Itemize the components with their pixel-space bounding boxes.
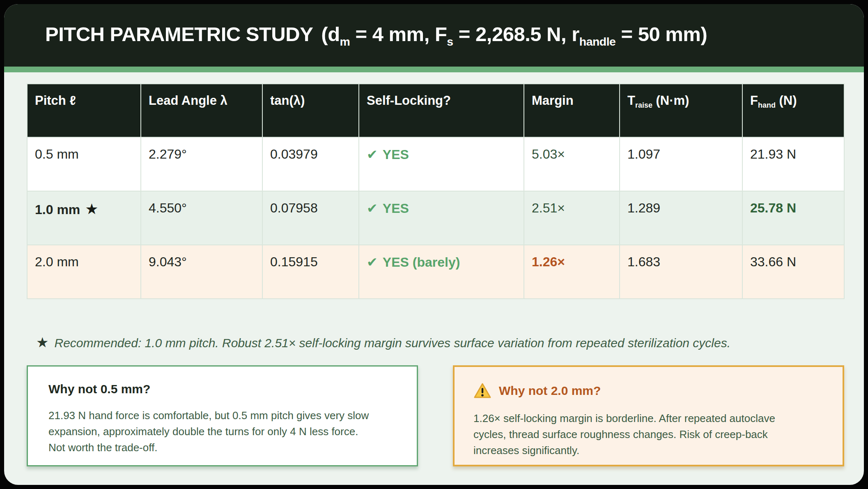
title-param-mid1: = 4 mm, F bbox=[350, 23, 447, 45]
cell-tan-lambda: 0.15915 bbox=[262, 245, 359, 299]
recommendation-text: Recommended: 1.0 mm pitch. Robust 2.51× … bbox=[54, 336, 730, 350]
callout-why-not-05mm: Why not 0.5 mm? 21.93 N hand force is co… bbox=[27, 365, 418, 466]
cell-torque-raise: 1.097 bbox=[620, 137, 742, 191]
table-row-1: 1.0 mm★4.550°0.07958✔YES2.51×1.28925.78 … bbox=[27, 191, 844, 245]
callout-body-20mm: 1.26× self-locking margin is borderline.… bbox=[473, 411, 828, 459]
cell-pitch: 1.0 mm★ bbox=[27, 191, 141, 245]
recommendation-note: ★Recommended: 1.0 mm pitch. Robust 2.51×… bbox=[36, 334, 864, 351]
title-sub-m: m bbox=[340, 35, 350, 48]
page-background: PITCH PARAMETRIC STUDY(dm = 4 mm, Fs = 2… bbox=[0, 0, 868, 489]
column-header-0: Pitch ℓ bbox=[27, 84, 141, 137]
slide-header: PITCH PARAMETRIC STUDY(dm = 4 mm, Fs = 2… bbox=[4, 4, 864, 67]
cell-lead-angle: 4.550° bbox=[141, 191, 262, 245]
pitch-parametric-table: Pitch ℓLead Angle λtan(λ)Self-Locking?Ma… bbox=[27, 83, 845, 299]
callout-why-not-20mm: Why not 2.0 mm? 1.26× self-locking margi… bbox=[453, 365, 844, 466]
callout-body-05mm: 21.93 N hand force is comfortable, but 0… bbox=[48, 408, 402, 456]
column-header-4: Margin bbox=[524, 84, 620, 137]
cell-tan-lambda: 0.07958 bbox=[262, 191, 359, 245]
table-header-row: Pitch ℓLead Angle λtan(λ)Self-Locking?Ma… bbox=[27, 84, 844, 137]
table-row-0: 0.5 mm2.279°0.03979✔YES5.03×1.09721.93 N bbox=[27, 137, 844, 191]
cell-self-locking: ✔YES bbox=[359, 137, 524, 191]
table-row-2: 2.0 mm9.043°0.15915✔YES (barely)1.26×1.6… bbox=[27, 245, 844, 299]
title-sub-handle: handle bbox=[579, 35, 616, 48]
table-header: Pitch ℓLead Angle λtan(λ)Self-Locking?Ma… bbox=[27, 84, 844, 137]
accent-strip bbox=[4, 67, 864, 72]
title-param-end: = 50 mm) bbox=[615, 23, 707, 45]
check-icon: ✔ bbox=[367, 255, 378, 270]
cell-pitch: 2.0 mm bbox=[27, 245, 141, 299]
cell-hand-force: 33.66 N bbox=[742, 245, 844, 299]
cell-hand-force: 25.78 N bbox=[742, 191, 844, 245]
cell-lead-angle: 9.043° bbox=[141, 245, 262, 299]
cell-tan-lambda: 0.03979 bbox=[262, 137, 359, 191]
page-title: PITCH PARAMETRIC STUDY(dm = 4 mm, Fs = 2… bbox=[45, 23, 707, 48]
column-header-6: Fhand (N) bbox=[742, 84, 844, 137]
cell-lead-angle: 2.279° bbox=[141, 137, 262, 191]
callout-row: Why not 0.5 mm? 21.93 N hand force is co… bbox=[27, 365, 864, 466]
cell-self-locking: ✔YES bbox=[359, 191, 524, 245]
cell-margin: 5.03× bbox=[524, 137, 620, 191]
column-header-1: Lead Angle λ bbox=[141, 84, 262, 137]
cell-margin: 2.51× bbox=[524, 191, 620, 245]
check-icon: ✔ bbox=[367, 147, 378, 162]
title-main: PITCH PARAMETRIC STUDY bbox=[45, 23, 313, 45]
title-sub-s: s bbox=[447, 35, 453, 48]
cell-hand-force: 21.93 N bbox=[742, 137, 844, 191]
callout-title-20mm-wrap: Why not 2.0 mm? bbox=[473, 383, 828, 399]
column-header-3: Self-Locking? bbox=[359, 84, 524, 137]
recommended-star-icon: ★ bbox=[85, 201, 98, 217]
callout-title-05mm: Why not 0.5 mm? bbox=[48, 382, 402, 396]
cell-torque-raise: 1.683 bbox=[620, 245, 742, 299]
star-icon: ★ bbox=[36, 334, 48, 350]
column-header-2: tan(λ) bbox=[262, 84, 359, 137]
column-header-5: Traise (N·m) bbox=[620, 84, 742, 137]
title-param-open: (d bbox=[321, 23, 340, 45]
callout-title-20mm: Why not 2.0 mm? bbox=[499, 384, 601, 398]
title-param-mid2: = 2,268.5 N, r bbox=[453, 23, 579, 45]
slide-card: PITCH PARAMETRIC STUDY(dm = 4 mm, Fs = 2… bbox=[4, 4, 864, 485]
cell-torque-raise: 1.289 bbox=[620, 191, 742, 245]
content-area: Pitch ℓLead Angle λtan(λ)Self-Locking?Ma… bbox=[4, 83, 864, 466]
title-parameters: (dm = 4 mm, Fs = 2,268.5 N, rhandle = 50… bbox=[321, 23, 707, 45]
table-body: 0.5 mm2.279°0.03979✔YES5.03×1.09721.93 N… bbox=[27, 137, 844, 299]
check-icon: ✔ bbox=[367, 201, 378, 216]
warning-triangle-icon bbox=[473, 383, 491, 399]
cell-margin: 1.26× bbox=[524, 245, 620, 299]
cell-pitch: 0.5 mm bbox=[27, 137, 141, 191]
cell-self-locking: ✔YES (barely) bbox=[359, 245, 524, 299]
